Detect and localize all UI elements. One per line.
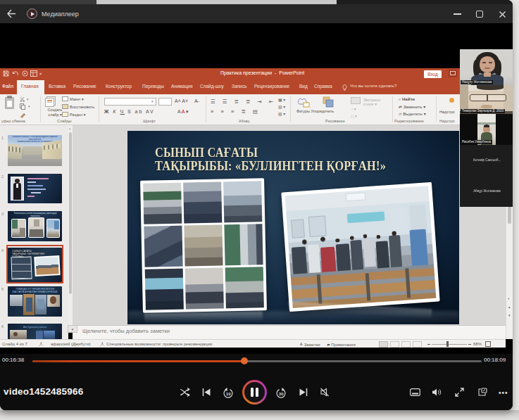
svg-text:10: 10 [226,391,231,396]
svg-text:30: 30 [279,391,284,396]
